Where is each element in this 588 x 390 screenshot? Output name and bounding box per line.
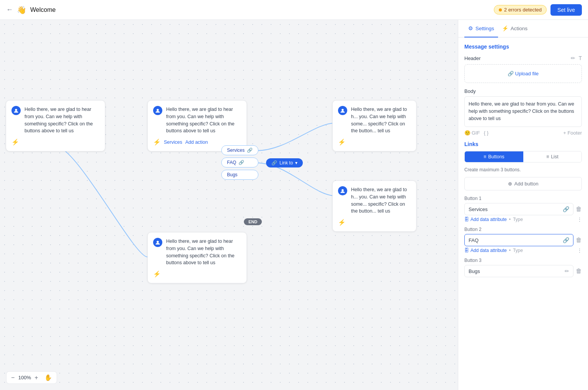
node-footer-5: ⚡ [153, 270, 241, 278]
button-3-label: Button 3 [464, 258, 582, 263]
node-avatar-4 [338, 186, 347, 195]
button-1-delete[interactable]: 🗑 [576, 206, 582, 213]
add-action-link[interactable]: Services [164, 140, 182, 145]
add-data-attr-label: Add data attribute [470, 217, 507, 222]
node-header-1: Hello there, we are glad to hear from yo… [11, 106, 100, 135]
faq-chip-label: FAQ [227, 160, 236, 165]
button-3-field[interactable] [469, 268, 565, 274]
button-1-input-row: 🔗 🗑 [464, 203, 582, 215]
node-card-4: Hello there, we are glad to h... you. Ca… [332, 180, 416, 232]
gif-button[interactable]: 🙂 GIF [464, 130, 480, 136]
gif-label: GIF [472, 130, 480, 136]
main-area: Hello there, we are glad to hear from yo… [0, 20, 588, 390]
add-button-row[interactable]: ⊕ Add button [464, 177, 582, 190]
action-icon-3: ⚡ [338, 138, 346, 146]
bugs-chip[interactable]: Bugs [221, 170, 258, 180]
panel-tabs: ⚙ Settings ⚡ Actions [458, 20, 588, 37]
button-1-input[interactable]: 🔗 [464, 203, 573, 215]
list-toggle[interactable]: ≡ List [523, 151, 582, 162]
tab-actions[interactable]: ⚡ Actions [498, 20, 531, 37]
header-edit-icon[interactable]: ✏ [571, 55, 575, 61]
list-label: List [551, 154, 558, 159]
action-icon-2: ⚡ [153, 138, 161, 146]
zoom-in-button[interactable]: + [33, 374, 39, 382]
services-chip-icon: 🔗 [247, 148, 253, 153]
zoom-level: 100% [18, 375, 31, 380]
topbar-right: 2 errors detected Set live [494, 4, 582, 16]
button-1-link-icon: 🔗 [563, 206, 569, 212]
set-live-button[interactable]: Set live [550, 4, 582, 16]
tab-settings[interactable]: ⚙ Settings [464, 20, 498, 37]
buttons-icon: ≡ [483, 154, 486, 159]
button-3-delete[interactable]: 🗑 [576, 268, 582, 275]
upload-area[interactable]: 🔗 Upload file [464, 64, 582, 83]
settings-icon: ⚙ [468, 25, 473, 31]
bugs-chip-label: Bugs [227, 172, 237, 177]
svg-point-1 [157, 109, 159, 111]
data-attr-icon-2: 🗄 [464, 248, 469, 253]
button-2-input[interactable]: 🔗 [464, 234, 573, 246]
node-avatar-2 [153, 106, 162, 115]
add-action-text[interactable]: Add action [185, 140, 208, 145]
link-icon: 🔗 [271, 160, 277, 166]
end-badge: END [244, 218, 262, 225]
footer-button[interactable]: + Footer [563, 130, 582, 136]
body-textarea[interactable]: Hello there, we are glad to hear from yo… [464, 96, 582, 127]
header-icons: ✏ T [571, 55, 582, 61]
node-footer-4: ⚡ [338, 219, 411, 226]
canvas-button-chips: Services 🔗 FAQ 🔗 Bugs [221, 145, 258, 180]
node-text-4: Hello there, we are glad to h... you. Ca… [351, 186, 411, 215]
upload-link[interactable]: Upload file [515, 71, 539, 76]
canvas[interactable]: Hello there, we are glad to hear from yo… [0, 20, 458, 390]
topbar-left: ← 👋 Welcome [6, 5, 56, 15]
toolbar-row: 🙂 GIF { } + Footer [464, 130, 582, 136]
errors-label: 2 errors detected [504, 7, 542, 13]
button-2-field[interactable] [469, 237, 563, 243]
add-button-icon: ⊕ [508, 181, 512, 187]
svg-point-4 [157, 241, 159, 243]
svg-point-2 [341, 109, 344, 111]
button-2-label: Button 2 [464, 227, 582, 232]
button-1-field[interactable] [469, 206, 563, 212]
node-text-3: Hello there, we are glad to h... you. Ca… [351, 106, 411, 135]
node-text-2: Hello there, we are glad to hear from yo… [166, 106, 241, 135]
action-icon-1: ⚡ [11, 138, 19, 146]
button-2-data-attr[interactable]: 🗄 Add data attribute • Type ⋮ [464, 248, 582, 253]
errors-badge: 2 errors detected [494, 5, 547, 15]
back-button[interactable]: ← [6, 6, 13, 14]
buttons-label: Buttons [488, 154, 504, 159]
faq-chip[interactable]: FAQ 🔗 [221, 158, 258, 167]
zoom-out-button[interactable]: − [10, 374, 16, 382]
end-badge-container: END [244, 218, 262, 225]
hand-tool-button[interactable]: ✋ [43, 373, 54, 382]
zoom-controls: − 100% + ✋ [6, 371, 57, 384]
upload-link-icon: 🔗 [508, 71, 515, 76]
svg-point-3 [341, 189, 344, 192]
button-2-delete[interactable]: 🗑 [576, 237, 582, 244]
button-entry-1: Button 1 🔗 🗑 🗄 Add data attribute • Type… [464, 196, 582, 222]
data-attr-icon: 🗄 [464, 217, 469, 222]
button-1-label: Button 1 [464, 196, 582, 201]
action-icon-5: ⚡ [153, 270, 161, 278]
errors-dot [499, 8, 502, 11]
header-label: Header [464, 55, 481, 61]
button-2-menu[interactable]: ⋮ [577, 248, 582, 253]
services-chip[interactable]: Services 🔗 [221, 145, 258, 155]
add-data-attr-label-2: Add data attribute [470, 248, 507, 253]
message-settings-title: Message settings [464, 44, 582, 50]
node-footer-2[interactable]: ⚡ Services Add action [153, 138, 241, 146]
node-card-3: Hello there, we are glad to h... you. Ca… [332, 100, 416, 151]
page-icon: 👋 [17, 5, 26, 15]
header-text-icon[interactable]: T [578, 55, 582, 61]
page-title: Welcome [30, 6, 56, 13]
button-3-input[interactable]: ✏ [464, 265, 573, 277]
type-label-1: Type [513, 217, 523, 222]
buttons-toggle[interactable]: ≡ Buttons [465, 151, 523, 162]
list-icon: ≡ [546, 154, 549, 159]
code-button[interactable]: { } [484, 130, 488, 136]
button-1-menu[interactable]: ⋮ [577, 217, 582, 222]
link-to-chip[interactable]: 🔗 Link to ▾ [266, 158, 303, 167]
button-1-data-attr[interactable]: 🗄 Add data attribute • Type ⋮ [464, 217, 582, 222]
type-label-2: Type [513, 248, 523, 253]
node-card-1: Hello there, we are glad to hear from yo… [6, 100, 105, 151]
